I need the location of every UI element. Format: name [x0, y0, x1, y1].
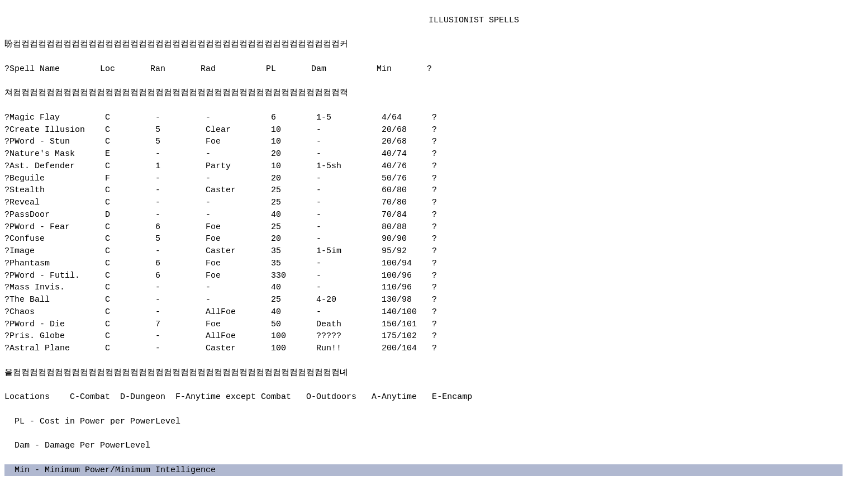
footer-min: Min - Minimum Power/Minimum Intelligence — [4, 464, 843, 477]
table-row: ?Astral Plane C - Caster 100 Run!! 200/1… — [4, 343, 843, 355]
table-row: ?Beguile F - - 20 - 50/76 ? — [4, 173, 843, 185]
table-row: ?Stealth C - Caster 25 - 60/80 ? — [4, 184, 843, 197]
border-bot: 읕컴컴컴컴컴컴컴컴컴컴컴컴컴컴컴컴컴컴컴컴컴컴컴컴컴컴컴컴컴컴컴컴컴컴컴컴컴컴컴… — [4, 367, 843, 379]
table-row: ?Confuse C 5 Foe 20 - 90/90 ? — [4, 233, 843, 245]
table-row: ?Nature's Mask E - - 20 - 40/74 ? — [4, 148, 843, 160]
table-row: ?Image C - Caster 35 1-5im 95/92 ? — [4, 245, 843, 258]
table-row: ?Mass Invis. C - - 40 - 110/96 ? — [4, 282, 843, 294]
title-line: ILLUSIONIST SPELLS — [4, 15, 843, 27]
header-row: ?Spell Name Loc Ran Rad PL Dam Min ? — [4, 63, 843, 75]
table-row: ?Create Illusion C 5 Clear 10 - 20/68 ? — [4, 124, 843, 136]
table-row: ?Pris. Globe C - AllFoe 100 ????? 175/10… — [4, 330, 843, 343]
table-row: ?The Ball C - - 25 4-20 130/98 ? — [4, 294, 843, 306]
table-row: ?Ast. Defender C 1 Party 10 1-5sh 40/76 … — [4, 160, 843, 173]
footer-pl: PL - Cost in Power per PowerLevel — [4, 416, 843, 428]
page-title: ILLUSIONIST SPELLS — [429, 16, 519, 25]
footer-legend: Locations C-Combat D-Dungeon F-Anytime e… — [4, 391, 843, 403]
table-row: ?Magic Flay C - - 6 1-5 4/64 ? — [4, 112, 843, 124]
table-row: ?PWord - Futil. C 6 Foe 330 - 100/96 ? — [4, 270, 843, 282]
terminal-window: ILLUSIONIST SPELLS 盼컴컴컴컴컴컴컴컴컴컴컴컴컴컴컴컴컴컴컴컴… — [0, 0, 847, 504]
table-row: ?PassDoor D - - 40 - 70/84 ? — [4, 209, 843, 221]
table-row: ?PWord - Stun C 5 Foe 10 - 20/68 ? — [4, 136, 843, 148]
table-row: ?PWord - Die C 7 Foe 50 Death 150/101 ? — [4, 318, 843, 331]
border-mid: 쳐컴컴컴컴컴컴컴컴컴컴컴컴컴컴컴컴컴컴컴컴컴컴컴컴컴컴컴컴컴컴컴컴컴컴컴컴컴컴컴… — [4, 87, 843, 99]
table-row: ?Phantasm C 6 Foe 35 - 100/94 ? — [4, 258, 843, 270]
table-row: ?Chaos C - AllFoe 40 - 140/100 ? — [4, 306, 843, 318]
table-row: ?Reveal C - - 25 - 70/80 ? — [4, 197, 843, 209]
footer-dam: Dam - Damage Per PowerLevel — [4, 440, 843, 452]
border-top: 盼컴컴컴컴컴컴컴컴컴컴컴컴컴컴컴컴컴컴컴컴컴컴컴컴컴컴컴컴컴컴컴컴컴컴컴컴컴컴컴… — [4, 39, 843, 51]
table-row: ?PWord - Fear C 6 Foe 25 - 80/88 ? — [4, 221, 843, 234]
spell-list: ?Magic Flay C - - 6 1-5 4/64 ??Create Il… — [4, 112, 843, 355]
